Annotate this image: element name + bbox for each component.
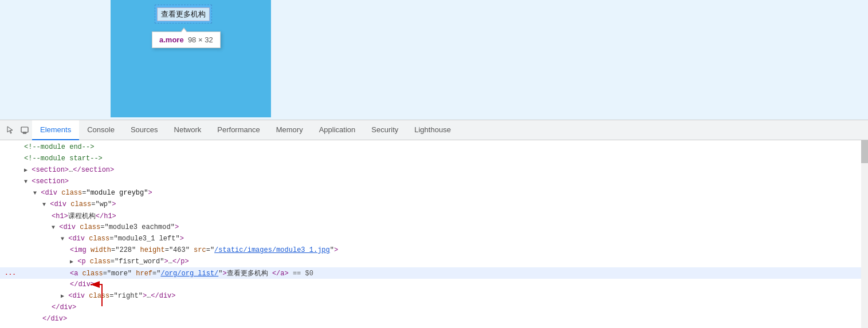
scrollbar-thumb[interactable] — [861, 140, 868, 163]
code-line: ▼ <div class="module greybg"> — [0, 187, 868, 199]
code-line: <img width="228" height="463" src="/stat… — [0, 244, 868, 256]
code-line: ▼ <div class="wp"> — [0, 199, 868, 210]
button-label: 查看更多机构 — [157, 7, 210, 21]
code-line: <!--module end--> — [0, 141, 868, 153]
scrollbar[interactable] — [861, 140, 868, 328]
code-line: </div> — [0, 302, 868, 313]
code-panel[interactable]: <!--module end--> <!--module start--> ▶ … — [0, 140, 868, 328]
code-line: ▶ <div class="right">…</div> — [0, 290, 868, 302]
tab-lighthouse[interactable]: Lighthouse — [406, 120, 459, 140]
code-line: ▼ <div class="module3_1 left"> — [0, 233, 868, 244]
device-icon[interactable] — [18, 124, 31, 136]
preview-area: 查看更多机构 a.more 98 × 32 — [0, 0, 868, 120]
tab-application[interactable]: Application — [311, 120, 364, 140]
code-line-highlighted: ... <a class="more" href="/org/org_list/… — [0, 267, 868, 279]
tooltip-class: a.more — [159, 35, 184, 44]
code-line: </div> — [0, 279, 868, 290]
tooltip-dims: 98 × 32 — [186, 35, 213, 44]
tab-security[interactable]: Security — [363, 120, 406, 140]
code-line: ▼ <section> — [0, 176, 868, 187]
element-tooltip: a.more 98 × 32 — [152, 31, 221, 48]
tab-network[interactable]: Network — [166, 120, 210, 140]
tab-console[interactable]: Console — [79, 120, 123, 140]
tab-performance[interactable]: Performance — [209, 120, 268, 140]
element-highlight: 查看更多机构 — [155, 5, 212, 23]
code-line: </div> — [0, 313, 868, 325]
code-line: ▶ <section>…</section> — [0, 164, 868, 176]
tab-sources[interactable]: Sources — [123, 120, 166, 140]
cursor-icon[interactable] — [5, 124, 17, 136]
code-line: ▶ <p class="fisrt_word">…</p> — [0, 256, 868, 267]
tooltip-arrow-inner — [181, 29, 187, 33]
devtools-tabs: Elements Console Sources Network Perform… — [0, 120, 868, 140]
tab-elements[interactable]: Elements — [32, 120, 79, 140]
tab-memory[interactable]: Memory — [268, 120, 311, 140]
svg-rect-0 — [21, 127, 28, 132]
code-line: ▼ <div class="module3 eachmod"> — [0, 222, 868, 233]
code-line: <!--module start--> — [0, 153, 868, 164]
code-line: <h1>课程机构</h1> — [0, 210, 868, 222]
